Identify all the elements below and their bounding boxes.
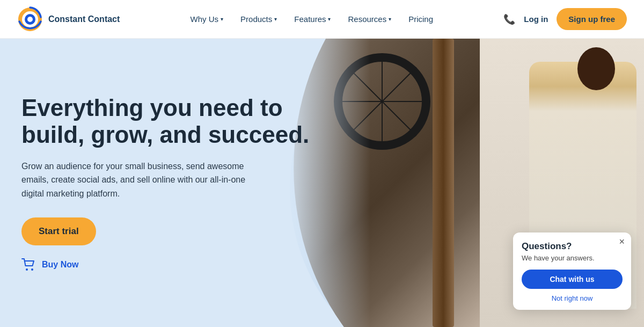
chat-widget-title: Questions? [522,241,623,252]
nav-actions: 📞 Log in Sign up free [503,8,627,30]
chat-widget: × Questions? We have your answers. Chat … [513,232,631,310]
chevron-down-icon: ▾ [274,16,277,22]
nav-item-features[interactable]: Features ▾ [288,10,337,28]
hero-content: Everything you need to build, grow, and … [0,95,311,272]
chat-widget-subtitle: We have your answers. [522,254,623,262]
chevron-down-icon: ▾ [328,16,331,22]
start-trial-button[interactable]: Start trial [21,217,96,245]
svg-point-5 [31,268,33,271]
dismiss-chat-link[interactable]: Not right now [522,294,623,302]
logo-text: Constant Contact [48,14,120,24]
logo-icon [17,6,43,32]
chevron-down-icon: ▾ [389,16,391,22]
navbar: Constant Contact Why Us ▾ Products ▾ Fea… [0,0,644,39]
nav-item-resources[interactable]: Resources ▾ [341,10,398,28]
svg-point-3 [27,17,33,22]
logo-link[interactable]: Constant Contact [17,6,120,32]
chat-with-us-button[interactable]: Chat with us [522,270,623,289]
cart-icon [21,258,36,271]
nav-links: Why Us ▾ Products ▾ Features ▾ Resources… [120,10,503,28]
nav-item-products[interactable]: Products ▾ [234,10,283,28]
close-icon[interactable]: × [619,237,625,246]
phone-icon[interactable]: 📞 [503,13,515,25]
chevron-down-icon: ▾ [221,16,223,22]
buy-now-label: Buy Now [42,260,78,270]
hero-headline: Everything you need to build, grow, and … [21,95,311,149]
hero-section: Everything you need to build, grow, and … [0,39,644,327]
buy-now-link[interactable]: Buy Now [21,258,311,271]
signup-button[interactable]: Sign up free [557,8,627,30]
nav-item-whyus[interactable]: Why Us ▾ [184,10,230,28]
svg-point-4 [26,268,28,271]
login-link[interactable]: Log in [524,14,548,24]
hero-subtext: Grow an audience for your small business… [21,159,258,201]
nav-item-pricing[interactable]: Pricing [402,10,440,28]
